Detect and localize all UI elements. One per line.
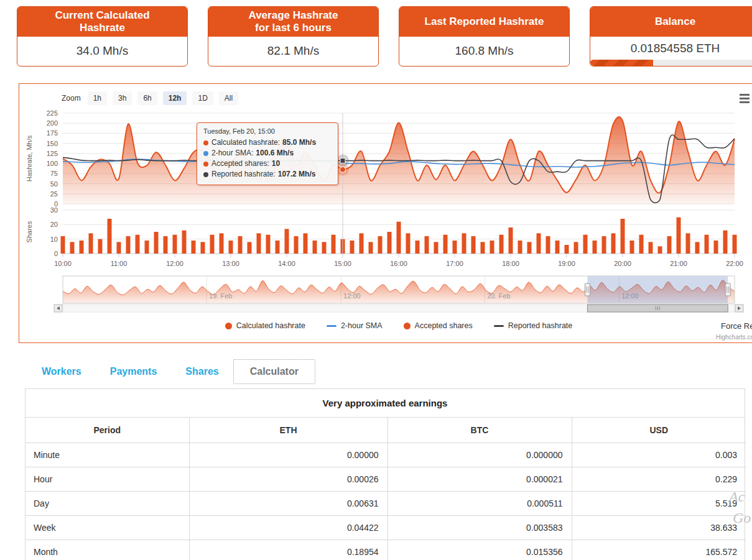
svg-text:12:00: 12:00 [343,292,361,300]
svg-text:225: 225 [47,109,58,117]
tooltip-dot-2 [203,162,208,167]
card-title: Balance [590,7,752,37]
calculated-point-marker [340,167,346,172]
shares-axis-title: Shares [26,221,33,242]
svg-text:30: 30 [50,206,58,214]
tooltip-row: Accepted shares:10 [203,158,332,169]
svg-text:10: 10 [50,236,58,243]
cell-eth: 0.04422 [189,515,388,539]
balance-progress-fill [590,60,653,66]
reported-point-marker [340,158,345,163]
col-header-period: Period [26,418,189,443]
zoom-button-3h[interactable]: 3h [113,91,132,105]
legend-marker-1 [327,325,337,327]
legend-item-accepted-shares[interactable]: Accepted shares [404,321,473,330]
navigator-handle-right[interactable] [725,283,730,296]
highcharts-credits-link[interactable]: Highcharts.com [716,334,752,341]
cell-period: Week [26,515,189,539]
legend-marker-3 [494,325,504,327]
navigator[interactable]: 19. Feb12:0020. Feb12:00 [63,276,735,303]
svg-text:16:00: 16:00 [390,260,407,267]
table-header-row: Period ETH BTC USD [26,418,746,443]
card-value: 160.8 Mh/s [399,37,569,65]
cell-period: Minute [26,443,189,467]
accepted-shares-bars[interactable] [61,218,737,254]
navigator-handle-left[interactable] [585,283,590,296]
card-title: Current Calculated Hashrate [17,7,187,37]
stat-card-balance: Balance 0.01854558 ETH [590,6,752,67]
hashrate-chart[interactable]: 02550751001251501752002250102030Hashrate… [19,84,752,315]
cell-usd: 165.572 [572,539,746,560]
cell-period: Day [26,491,189,515]
chart-scrollbar[interactable] [54,305,743,312]
chart-menu-icon[interactable] [740,94,750,105]
svg-text:20. Feb: 20. Feb [487,292,510,300]
tooltip-row: 2-hour SMA:100.6 Mh/s [203,148,332,158]
cell-eth: 0.00000 [189,443,388,467]
legend-marker-0 [225,323,232,329]
cell-usd: 0.003 [572,443,746,467]
cell-eth: 0.00631 [189,491,388,515]
tooltip-row: Calculated hashrate:85.0 Mh/s [203,137,332,148]
svg-text:25: 25 [50,190,58,198]
zoom-button-all[interactable]: All [219,91,238,105]
svg-text:125: 125 [47,150,58,157]
col-header-btc: BTC [388,418,572,443]
svg-text:200: 200 [47,119,58,127]
table-row: Week 0.04422 0.003583 38.633 [26,515,746,539]
svg-text:19. Feb: 19. Feb [209,292,232,300]
tooltip-dot-1 [203,151,208,156]
cell-eth: 0.00026 [189,467,388,491]
card-value: 34.0 Mh/s [17,37,187,65]
tooltip-header: Tuesday, Feb 20, 15:00 [203,127,332,135]
legend-item-2-hour-sma[interactable]: 2-hour SMA [327,321,383,330]
bottom-tabs: Workers Payments Shares Calculator [27,359,315,384]
zoom-button-12h[interactable]: 12h [163,91,187,105]
cell-period: Month [26,539,189,560]
svg-text:150: 150 [47,140,58,147]
table-row: Minute 0.00000 0.000000 0.003 [26,443,746,467]
tab-calculator[interactable]: Calculator [233,359,315,384]
svg-text:0: 0 [54,250,58,257]
legend-item-calculated-hashrate[interactable]: Calculated hashrate [225,321,305,330]
tooltip-row: Reported hashrate:107.2 Mh/s [203,169,332,180]
card-value: 82.1 Mh/s [208,37,378,65]
tooltip-dot-3 [203,172,208,177]
table-caption: Very approximated earnings [26,389,745,418]
zoom-controls: Zoom 1h 3h 6h 12h 1D All [62,91,238,105]
stat-card-current-hashrate: Current Calculated Hashrate 34.0 Mh/s [17,6,188,67]
watermark-text: Ac [729,489,745,505]
svg-text:75: 75 [50,170,58,177]
force-reload-link[interactable]: Force Reload [721,321,752,331]
cell-btc: 0.015356 [388,539,572,560]
svg-text:19:00: 19:00 [558,260,575,267]
col-header-eth: ETH [189,418,388,443]
table-row: Day 0.00631 0.000511 5.519 [26,491,746,515]
tab-payments[interactable]: Payments [96,360,172,383]
svg-text:11:00: 11:00 [111,260,128,267]
navigator-selected-mask[interactable] [587,276,728,303]
legend-item-reported-hashrate[interactable]: Reported hashrate [494,321,573,330]
tab-workers[interactable]: Workers [27,360,96,383]
card-title: Average Hashrate for last 6 hours [208,7,378,37]
table-row: Hour 0.00026 0.000021 0.229 [26,467,746,491]
cell-btc: 0.000021 [388,467,572,491]
zoom-button-1h[interactable]: 1h [88,91,107,105]
x-axis: 10:0011:0012:0013:0014:0015:0016:0017:00… [54,254,743,267]
chart-tooltip: Tuesday, Feb 20, 15:00 Calculated hashra… [197,122,338,185]
hashrate-chart-panel: Zoom 1h 3h 6h 12h 1D All 025507510012515… [19,83,752,343]
svg-text:100: 100 [47,160,58,167]
legend-marker-2 [404,323,411,329]
table-row: Month 0.18954 0.015356 165.572 [26,539,746,560]
cell-eth: 0.18954 [189,539,388,560]
zoom-button-6h[interactable]: 6h [137,91,157,105]
cell-period: Hour [26,467,189,491]
svg-text:10:00: 10:00 [54,260,72,267]
balance-progress-track [590,60,752,66]
card-value: 0.01854558 ETH [590,37,752,60]
cell-btc: 0.000511 [388,491,572,515]
col-header-usd: USD [572,418,746,443]
zoom-button-1d[interactable]: 1D [192,91,213,105]
y-axis-title: Hashrate, Mh/s [26,135,33,181]
tab-shares[interactable]: Shares [171,360,233,383]
